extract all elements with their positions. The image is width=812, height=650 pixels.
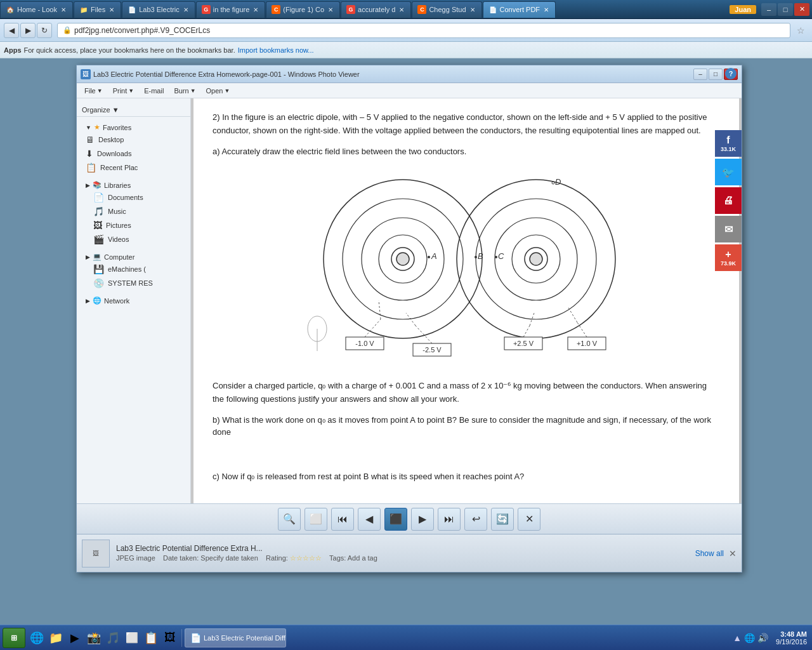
taskbar-gallery-icon[interactable]: 🖼 bbox=[161, 629, 179, 647]
tab-chegg[interactable]: C Chegg Stud ✕ bbox=[412, 1, 481, 18]
svg-point-15 bbox=[475, 256, 477, 258]
facebook-share-btn[interactable]: f 33.1K bbox=[715, 130, 742, 157]
organize-dropdown[interactable]: Organize ▼ bbox=[77, 103, 190, 117]
tab-close-chegg[interactable]: ✕ bbox=[469, 6, 476, 13]
zoom-btn[interactable]: 🔍 bbox=[278, 508, 301, 531]
sidebar-videos[interactable]: 🎬 Videos bbox=[82, 232, 185, 246]
sidebar-desktop[interactable]: 🖥 Desktop bbox=[82, 133, 185, 147]
delete-btn[interactable]: ✕ bbox=[518, 508, 540, 531]
print-share-btn[interactable]: 🖨 bbox=[715, 187, 742, 214]
menu-burn[interactable]: Burn ▼ bbox=[169, 86, 200, 96]
bookmarks-hint: For quick access, place your bookmarks h… bbox=[24, 46, 235, 54]
show-all-btn[interactable]: Show all bbox=[695, 549, 724, 558]
sidebar-documents[interactable]: 📄 Documents bbox=[82, 190, 185, 204]
music-icon: 🎵 bbox=[93, 206, 104, 216]
rotate-left-btn[interactable]: ↩ bbox=[464, 508, 487, 531]
sidebar-computer-expand[interactable]: ▶ 💻 Computer bbox=[82, 251, 185, 262]
sidebar-system-res[interactable]: 💿 SYSTEM RES bbox=[82, 276, 185, 290]
pv-help-btn[interactable]: ? bbox=[725, 68, 737, 79]
sidebar-pictures[interactable]: 🖼 Pictures bbox=[82, 218, 185, 232]
twitter-share-btn[interactable]: 🐦 bbox=[715, 159, 742, 185]
menu-file[interactable]: File ▼ bbox=[79, 86, 108, 96]
menu-print[interactable]: Print ▼ bbox=[108, 86, 140, 96]
tab-close-lab3[interactable]: ✕ bbox=[182, 6, 190, 13]
tab-close-convert[interactable]: ✕ bbox=[542, 6, 550, 13]
tab-close-files[interactable]: ✕ bbox=[108, 6, 115, 13]
svg-text:-1.0 V: -1.0 V bbox=[355, 340, 374, 347]
file-thumbnail: 🖼 bbox=[82, 540, 110, 567]
tab-convert-pdf[interactable]: 📄 Convert PDF ✕ bbox=[483, 1, 556, 18]
taskbar-media-icon[interactable]: ▶ bbox=[66, 629, 84, 647]
taskbar-photo-viewer-item[interactable]: 📄 Lab3 Electric Potential Difference Ext… bbox=[185, 628, 286, 647]
close-btn[interactable]: ✕ bbox=[794, 3, 809, 16]
tab-close-accurately[interactable]: ✕ bbox=[398, 6, 405, 13]
tab-close-figure1[interactable]: ✕ bbox=[327, 6, 334, 13]
tab-home-lock[interactable]: 🏠 Home - Look ✕ bbox=[0, 1, 73, 18]
sidebar-network-expand[interactable]: ▶ 🌐 Network bbox=[82, 295, 185, 306]
menu-file-arrow: ▼ bbox=[97, 88, 103, 94]
sidebar-emachines[interactable]: 💾 eMachines ( bbox=[82, 262, 185, 276]
rotate-right-btn[interactable]: 🔄 bbox=[491, 508, 514, 531]
tab-figure1[interactable]: C (Figure 1) Co ✕ bbox=[266, 1, 340, 18]
sidebar-recent-places[interactable]: 📋 Recent Plac bbox=[82, 161, 185, 175]
taskbar-clipboard-icon[interactable]: 📋 bbox=[142, 629, 160, 647]
next-btn[interactable]: ▶ bbox=[411, 508, 434, 531]
sidebar-downloads[interactable]: ⬇ Downloads bbox=[82, 147, 185, 161]
documents-icon: 📄 bbox=[93, 192, 104, 202]
minimize-btn[interactable]: – bbox=[761, 3, 776, 16]
pv-restore-btn[interactable]: □ bbox=[709, 69, 723, 80]
taskbar-music-icon[interactable]: 🎵 bbox=[104, 629, 122, 647]
first-btn[interactable]: ⏮ bbox=[331, 508, 354, 531]
taskbar-desktop-icon[interactable]: ⬜ bbox=[123, 629, 141, 647]
taskbar-explorer-icon[interactable]: 📁 bbox=[47, 629, 65, 647]
system-clock[interactable]: 3:48 AM 9/19/2016 bbox=[773, 630, 809, 646]
restore-btn[interactable]: □ bbox=[778, 3, 793, 16]
file-details: Lab3 Electric Potential Difference Extra… bbox=[116, 544, 695, 562]
back-btn[interactable]: ◀ bbox=[4, 23, 19, 38]
taskbar-photos-icon[interactable]: 📸 bbox=[85, 629, 103, 647]
taskbar-ie-icon[interactable]: 🌐 bbox=[28, 629, 46, 647]
svg-line-26 bbox=[416, 326, 432, 343]
fit-btn[interactable]: ⬜ bbox=[304, 508, 327, 531]
sidebar-libraries-expand[interactable]: ▶ 📚 Libraries bbox=[82, 180, 185, 190]
tray-volume-icon[interactable]: 🔊 bbox=[757, 633, 768, 643]
tab-files[interactable]: 📁 Files ✕ bbox=[74, 1, 121, 18]
email-share-btn[interactable]: ✉ bbox=[715, 216, 742, 242]
tab-lab3[interactable]: 📄 Lab3 Electric ✕ bbox=[122, 1, 195, 18]
play-btn[interactable]: ⬛ bbox=[384, 508, 407, 531]
pv-minimize-btn[interactable]: – bbox=[693, 69, 707, 80]
plus-share-btn[interactable]: + 73.9K bbox=[715, 244, 742, 271]
tab-in-the-figure[interactable]: G in the figure ✕ bbox=[196, 1, 265, 18]
tray-network-icon[interactable]: 🌐 bbox=[744, 633, 755, 643]
close-info-bar-btn[interactable]: ✕ bbox=[729, 548, 737, 559]
menu-email[interactable]: E-mail bbox=[139, 86, 169, 96]
photo-viewer-toolbar: 🔍 ⬜ ⏮ ◀ ⬛ ▶ ⏭ ↩ 🔄 ✕ bbox=[77, 503, 742, 534]
sidebar-music[interactable]: 🎵 Music bbox=[82, 204, 185, 218]
document-page: 2) In the figure is an electric dipole, … bbox=[193, 98, 739, 503]
forward-btn[interactable]: ▶ bbox=[20, 23, 36, 38]
svg-line-35 bbox=[568, 307, 577, 322]
electric-dipole-diagram: A B bbox=[282, 167, 650, 370]
pictures-icon: 🖼 bbox=[93, 220, 102, 230]
sidebar-favorites-expand[interactable]: ▼ ★ Favorites bbox=[82, 122, 185, 133]
plus-icon: + bbox=[725, 249, 731, 260]
last-btn[interactable]: ⏭ bbox=[438, 508, 461, 531]
tags-label: Tags: bbox=[329, 554, 346, 562]
bookmark-star[interactable]: ☆ bbox=[793, 23, 808, 38]
tab-close-home[interactable]: ✕ bbox=[60, 6, 67, 13]
tab-accurately[interactable]: G accurately d ✕ bbox=[341, 1, 411, 18]
import-bookmarks-link[interactable]: Import bookmarks now... bbox=[238, 46, 314, 54]
tab-close-figure[interactable]: ✕ bbox=[252, 6, 259, 13]
address-bar[interactable]: 🔒 pdf2jpg.net/convert.php#.V9_COCErLcs bbox=[57, 23, 790, 38]
start-button[interactable]: ⊞ bbox=[3, 628, 25, 648]
prev-btn[interactable]: ◀ bbox=[358, 508, 381, 531]
reload-btn[interactable]: ↻ bbox=[37, 23, 52, 38]
tray-up-icon[interactable]: ▲ bbox=[733, 633, 742, 643]
facebook-count: 33.1K bbox=[721, 146, 736, 152]
tab-label-convert: Convert PDF bbox=[500, 6, 540, 13]
menu-open[interactable]: Open ▼ bbox=[201, 86, 235, 96]
file-name: Lab3 Electric Potential Difference Extra… bbox=[116, 544, 695, 553]
file-info-bar: 🖼 Lab3 Electric Potential Difference Ext… bbox=[77, 534, 742, 572]
tab-favicon-figure1: C bbox=[272, 5, 280, 14]
system-tray: ▲ 🌐 🔊 bbox=[728, 633, 773, 643]
